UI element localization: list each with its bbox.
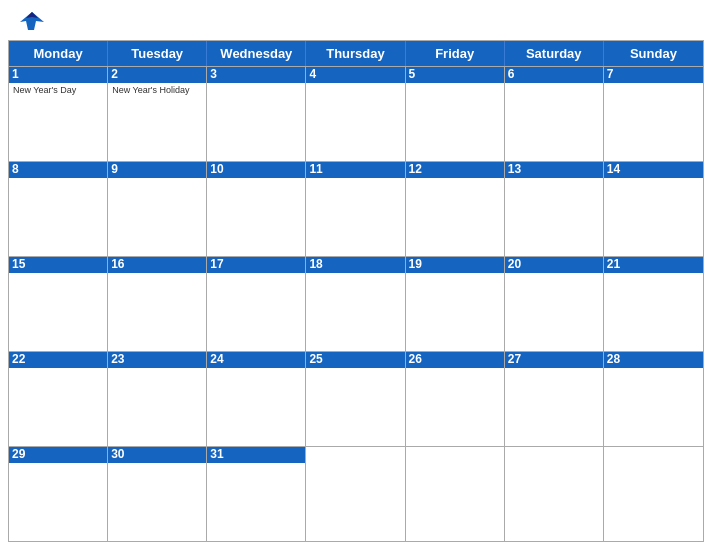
cell-date-number: 20 [505,257,603,273]
calendar-cell-empty [604,447,703,541]
day-header-monday: Monday [9,41,108,66]
cell-date-number: 15 [9,257,107,273]
day-header-tuesday: Tuesday [108,41,207,66]
cell-date-number: 17 [207,257,305,273]
calendar-cell-4: 4 [306,67,405,161]
day-header-wednesday: Wednesday [207,41,306,66]
calendar-cell-29: 29 [9,447,108,541]
cell-date-number: 25 [306,352,404,368]
cell-date-number: 29 [9,447,107,463]
cell-date-number: 6 [505,67,603,83]
calendar-cell-9: 9 [108,162,207,256]
cell-date-number: 8 [9,162,107,178]
calendar-grid: MondayTuesdayWednesdayThursdayFridaySatu… [8,40,704,542]
cell-date-number: 14 [604,162,703,178]
cell-date-number: 2 [108,67,206,83]
day-header-friday: Friday [406,41,505,66]
calendar-cell-2: 2New Year's Holiday [108,67,207,161]
cell-date-number: 5 [406,67,504,83]
calendar-week-3: 15161718192021 [9,256,703,351]
calendar-cell-30: 30 [108,447,207,541]
calendar-cell-19: 19 [406,257,505,351]
logo-bird-icon [16,8,48,36]
cell-event: New Year's Holiday [112,85,202,96]
calendar-cell-empty [306,447,405,541]
calendar-cell-31: 31 [207,447,306,541]
calendar-cell-24: 24 [207,352,306,446]
cell-date-number: 24 [207,352,305,368]
calendar-header-row: MondayTuesdayWednesdayThursdayFridaySatu… [9,41,703,66]
calendar-week-5: 293031 [9,446,703,541]
cell-date-number: 19 [406,257,504,273]
cell-date-number: 21 [604,257,703,273]
calendar-body: 1New Year's Day2New Year's Holiday345678… [9,66,703,541]
cell-date-number: 7 [604,67,703,83]
calendar-cell-empty [406,447,505,541]
calendar-cell-6: 6 [505,67,604,161]
calendar-cell-22: 22 [9,352,108,446]
calendar-cell-28: 28 [604,352,703,446]
calendar-cell-17: 17 [207,257,306,351]
cell-date-number: 23 [108,352,206,368]
calendar-cell-16: 16 [108,257,207,351]
calendar-cell-18: 18 [306,257,405,351]
calendar-cell-27: 27 [505,352,604,446]
calendar-cell-26: 26 [406,352,505,446]
calendar-cell-8: 8 [9,162,108,256]
calendar-page: MondayTuesdayWednesdayThursdayFridaySatu… [0,0,712,550]
cell-date-number: 11 [306,162,404,178]
calendar-cell-23: 23 [108,352,207,446]
calendar-cell-13: 13 [505,162,604,256]
calendar-week-1: 1New Year's Day2New Year's Holiday34567 [9,66,703,161]
day-header-saturday: Saturday [505,41,604,66]
calendar-cell-14: 14 [604,162,703,256]
calendar-cell-3: 3 [207,67,306,161]
calendar-cell-12: 12 [406,162,505,256]
cell-date-number: 4 [306,67,404,83]
page-header [0,0,712,40]
cell-date-number: 18 [306,257,404,273]
cell-date-number: 10 [207,162,305,178]
cell-date-number: 30 [108,447,206,463]
cell-date-number: 16 [108,257,206,273]
calendar-cell-21: 21 [604,257,703,351]
cell-date-number: 12 [406,162,504,178]
calendar-cell-5: 5 [406,67,505,161]
cell-date-number: 22 [9,352,107,368]
calendar-cell-10: 10 [207,162,306,256]
logo [16,8,52,36]
calendar-week-2: 891011121314 [9,161,703,256]
calendar-cell-20: 20 [505,257,604,351]
calendar-cell-25: 25 [306,352,405,446]
cell-date-number: 13 [505,162,603,178]
cell-date-number: 27 [505,352,603,368]
day-header-thursday: Thursday [306,41,405,66]
calendar-cell-7: 7 [604,67,703,161]
cell-date-number: 28 [604,352,703,368]
cell-date-number: 3 [207,67,305,83]
calendar-week-4: 22232425262728 [9,351,703,446]
cell-event: New Year's Day [13,85,103,96]
calendar-cell-15: 15 [9,257,108,351]
cell-date-number: 1 [9,67,107,83]
cell-date-number: 9 [108,162,206,178]
calendar-cell-11: 11 [306,162,405,256]
calendar-cell-1: 1New Year's Day [9,67,108,161]
cell-date-number: 31 [207,447,305,463]
cell-date-number: 26 [406,352,504,368]
calendar-cell-empty [505,447,604,541]
day-header-sunday: Sunday [604,41,703,66]
